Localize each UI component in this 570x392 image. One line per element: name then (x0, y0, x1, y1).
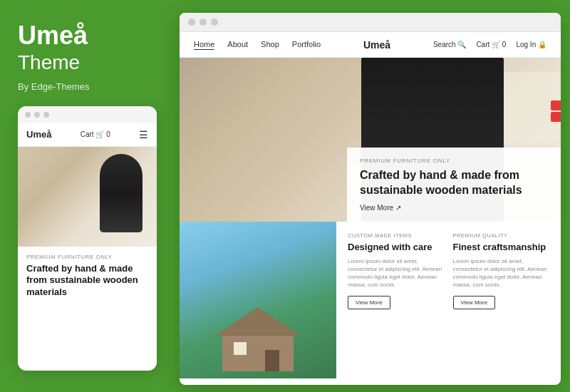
desktop-nav-brand: Umeå (363, 39, 390, 51)
mobile-hero-image (18, 147, 157, 247)
mobile-hero-figure (100, 154, 142, 232)
nav-portfolio[interactable]: Portfolio (292, 40, 321, 50)
desktop-lower: CUSTOM-MADE ITEMS Designed with care Lor… (180, 222, 561, 378)
nav-search[interactable]: Search 🔍 (433, 41, 466, 48)
mobile-mockup: Umeå Cart 🛒 0 ☰ PREMIUM FURNITURE ONLY C… (18, 106, 157, 371)
nav-login[interactable]: Log In 🔒 (516, 41, 546, 48)
mobile-content: PREMIUM FURNITURE ONLY Crafted by hand &… (18, 247, 157, 306)
lower-left-title: Designed with care (348, 242, 445, 253)
left-panel: Umeå Theme By Edge-Themes Umeå Cart 🛒 0 … (0, 0, 175, 392)
brand-subtitle: Theme (18, 51, 157, 74)
desktop-titlebar (180, 13, 561, 32)
nav-shop[interactable]: Shop (261, 40, 279, 50)
lower-col-right: PREMIUM QUALITY Finest craftsmanship Lor… (453, 232, 550, 368)
mobile-brand: Umeå (26, 129, 51, 140)
hero-link[interactable]: View More ↗ (360, 204, 548, 212)
house-door (265, 350, 279, 371)
lower-left-text: Lorem ipsum dolor sit amet, consectetur … (348, 257, 445, 289)
lower-left-btn[interactable]: View More (348, 296, 390, 309)
mobile-dot-1 (25, 112, 31, 118)
lower-left-tag: CUSTOM-MADE ITEMS (348, 232, 445, 239)
red-dot (551, 100, 561, 110)
brand-by: By Edge-Themes (18, 81, 157, 92)
hero-content-box: PREMIUM FURNITURE ONLY Crafted by hand &… (347, 148, 561, 222)
house-window (233, 341, 247, 356)
nav-cart[interactable]: Cart 🛒 0 (476, 41, 506, 48)
desktop-dot-3 (211, 19, 218, 26)
mobile-heading: Crafted by hand & made from sustainable … (26, 263, 148, 299)
mobile-menu-icon[interactable]: ☰ (139, 129, 148, 140)
desktop-nav: Home About Shop Portfolio Umeå Search 🔍 … (180, 32, 561, 58)
desktop-mockup: Home About Shop Portfolio Umeå Search 🔍 … (180, 13, 561, 385)
mobile-dot-2 (34, 112, 40, 118)
mobile-dot-3 (43, 112, 49, 118)
mobile-titlebar (18, 106, 157, 123)
nav-links: Home About Shop Portfolio (194, 40, 321, 50)
house-roof (215, 307, 301, 336)
lower-col-left: CUSTOM-MADE ITEMS Designed with care Lor… (348, 232, 445, 368)
red-indicator (551, 100, 561, 122)
nav-actions: Search 🔍 Cart 🛒 0 Log In 🔒 (433, 41, 546, 48)
lower-right-tag: PREMIUM QUALITY (453, 232, 550, 239)
brand-title: Umeå (18, 21, 157, 50)
desktop-hero: PREMIUM FURNITURE ONLY Crafted by hand &… (180, 58, 561, 222)
nav-about[interactable]: About (227, 40, 248, 50)
lower-content: CUSTOM-MADE ITEMS Designed with care Lor… (336, 222, 561, 378)
hero-title: Crafted by hand & made from sustainable … (360, 168, 548, 198)
house-illustration (215, 307, 301, 364)
desktop-dot-2 (200, 19, 207, 26)
mobile-nav: Umeå Cart 🛒 0 ☰ (18, 123, 157, 147)
mobile-tag: PREMIUM FURNITURE ONLY (26, 254, 148, 260)
mobile-cart[interactable]: Cart 🛒 0 (81, 130, 110, 138)
hero-tag: PREMIUM FURNITURE ONLY (360, 158, 548, 164)
desktop-dot-1 (188, 19, 195, 26)
lower-right-text: Lorem ipsum dolor sit amet, consectetur … (453, 257, 550, 289)
red-cart-icon (551, 112, 561, 122)
house-body (222, 336, 294, 371)
lower-image (180, 222, 336, 378)
nav-home[interactable]: Home (194, 40, 214, 50)
lower-right-title: Finest craftsmanship (453, 242, 550, 253)
lower-right-btn[interactable]: View More (453, 296, 496, 309)
